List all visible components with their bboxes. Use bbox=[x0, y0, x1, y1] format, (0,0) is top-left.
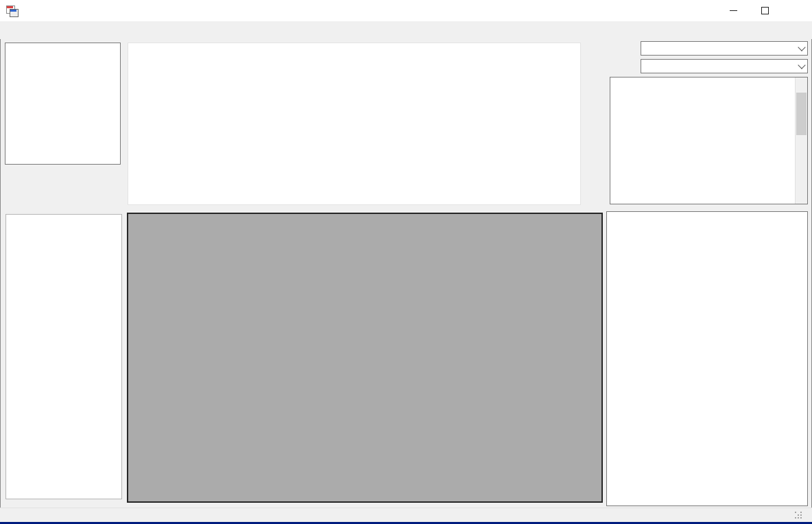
maximize-icon bbox=[761, 7, 769, 14]
top-chart-canvas bbox=[128, 43, 580, 204]
scroll-up-icon[interactable] bbox=[796, 78, 807, 89]
close-button[interactable] bbox=[780, 0, 812, 21]
log-readout-panel bbox=[606, 211, 808, 506]
chevron-down-icon bbox=[798, 61, 805, 69]
scroll-down-icon[interactable] bbox=[796, 192, 807, 204]
scrollbar-thumb[interactable] bbox=[796, 93, 807, 135]
parameter-list-scrollbar[interactable] bbox=[795, 78, 807, 204]
maximize-button[interactable] bbox=[749, 0, 780, 21]
resize-grip-icon[interactable] bbox=[794, 511, 802, 519]
chevron-down-icon bbox=[798, 43, 805, 51]
title-bar[interactable] bbox=[0, 0, 812, 21]
left-chart[interactable] bbox=[5, 214, 122, 499]
minimize-icon bbox=[730, 10, 737, 11]
status-bar bbox=[0, 508, 812, 523]
parameter-list bbox=[610, 77, 808, 204]
minimize-button[interactable] bbox=[717, 0, 749, 21]
timing-table bbox=[127, 213, 603, 503]
map-list bbox=[5, 43, 121, 165]
left-chart-canvas bbox=[6, 215, 121, 499]
app-icon bbox=[6, 5, 17, 16]
top-chart[interactable] bbox=[128, 43, 581, 205]
y-axis-dropdown[interactable] bbox=[641, 59, 808, 73]
x-axis-dropdown[interactable] bbox=[641, 41, 808, 56]
menu-bar bbox=[0, 21, 812, 39]
